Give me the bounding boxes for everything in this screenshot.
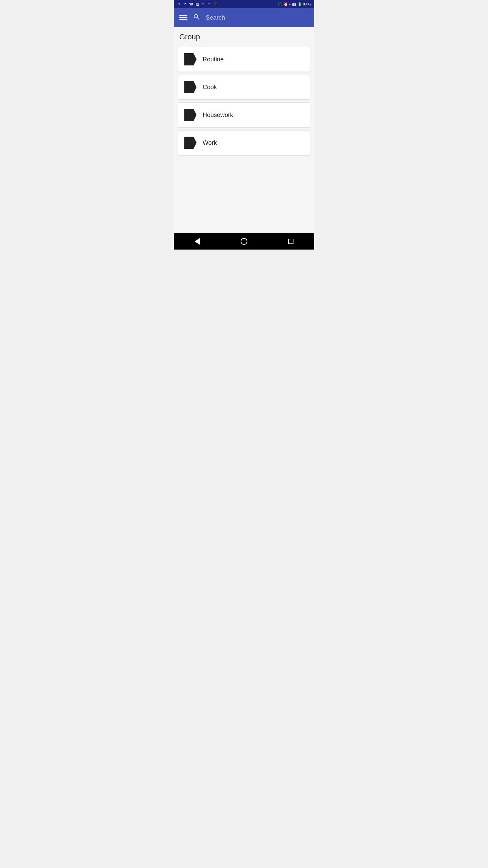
recents-square-icon — [288, 239, 293, 244]
sync-icon: ⟳ — [177, 2, 181, 6]
time-display: 00:42 — [303, 2, 311, 6]
battery-icon: 🔋 — [298, 2, 302, 6]
home-circle-icon — [241, 238, 247, 245]
status-icons-left: ⟳ ↺ ☎ 🖼 ≡ ≡ 📱 — [177, 2, 218, 6]
main-content: Group Routine Cook Housework Work — [174, 27, 314, 233]
home-button[interactable] — [237, 235, 251, 248]
routine-label: Routine — [203, 56, 224, 63]
cook-tag-icon — [184, 80, 197, 94]
vibrate-icon: 📳 — [278, 2, 282, 6]
phone2-icon: 📱 — [213, 2, 218, 6]
housework-label: Housework — [203, 112, 233, 119]
cook-label: Cook — [203, 84, 217, 91]
group-item-routine[interactable]: Routine — [178, 47, 310, 72]
status-right: 📳 ⏰ ▾ ▮▮ 🔋 00:42 — [278, 2, 311, 6]
menu-button[interactable] — [179, 15, 187, 20]
back-button[interactable] — [190, 235, 204, 248]
signal-icon: ▮▮ — [292, 2, 296, 6]
section-title: Group — [174, 27, 314, 44]
doc2-icon: ≡ — [207, 2, 212, 6]
call-icon: ☎ — [189, 2, 194, 6]
housework-tag-icon — [184, 108, 197, 122]
image-icon: 🖼 — [195, 2, 200, 6]
routine-tag-shape — [184, 53, 197, 65]
work-tag-shape — [184, 137, 197, 149]
status-bar: ⟳ ↺ ☎ 🖼 ≡ ≡ 📱 📳 ⏰ ▾ ▮▮ 🔋 00:42 — [174, 0, 314, 8]
alarm-icon: ⏰ — [284, 2, 288, 6]
cook-tag-shape — [184, 81, 197, 93]
work-label: Work — [203, 139, 217, 146]
bottom-nav — [174, 233, 314, 250]
housework-tag-shape — [184, 109, 197, 121]
recents-button[interactable] — [284, 235, 298, 248]
group-item-housework[interactable]: Housework — [178, 102, 310, 127]
routine-tag-icon — [184, 53, 197, 66]
group-item-work[interactable]: Work — [178, 130, 310, 155]
group-list: Routine Cook Housework Work — [174, 44, 314, 161]
wifi-icon: ▾ — [289, 2, 291, 6]
back-arrow-icon — [195, 238, 200, 245]
app-bar — [174, 8, 314, 27]
refresh-icon: ↺ — [183, 2, 187, 6]
search-input[interactable] — [206, 14, 309, 21]
search-icon — [193, 13, 200, 22]
work-tag-icon — [184, 136, 197, 150]
group-item-cook[interactable]: Cook — [178, 75, 310, 100]
doc-icon: ≡ — [201, 2, 206, 6]
